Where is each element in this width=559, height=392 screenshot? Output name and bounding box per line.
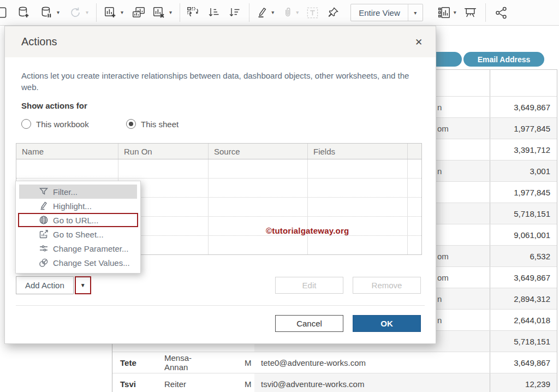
save-partial-icon[interactable] <box>0 5 9 20</box>
menu-item-go-to-sheet[interactable]: Go to Sheet... <box>19 227 137 241</box>
col-name: Name <box>16 144 118 159</box>
cell-value[interactable]: 3,391,712 <box>490 139 557 160</box>
cell-value[interactable]: 1,977,845 <box>490 182 557 203</box>
radio-label[interactable]: This workbook <box>36 120 89 129</box>
col-source: Source <box>209 144 308 159</box>
value-text: 3,649,867 <box>514 103 550 112</box>
menu-item-change-parameter[interactable]: Change Parameter... <box>19 241 137 256</box>
cell-email[interactable]: tsvi0@adventure-works.com <box>254 373 490 392</box>
col-run-on: Run On <box>118 144 209 159</box>
refresh-caret-icon[interactable]: ▾ <box>86 10 88 15</box>
add-action-caret-icon[interactable]: ▼ <box>75 276 91 294</box>
clear-sheet-icon[interactable] <box>152 5 166 20</box>
new-worksheet-caret-icon[interactable]: ▾ <box>121 10 123 15</box>
first-name-text: Tsvi <box>120 379 136 389</box>
pill-label: Email Address <box>478 55 531 64</box>
cell-first[interactable]: Tsvi <box>112 373 164 392</box>
cell-last[interactable]: Reiter <box>164 373 215 392</box>
cell-value[interactable]: 1,977,845 <box>490 118 557 139</box>
show-me-caret-icon[interactable]: ▾ <box>454 10 456 15</box>
toolbar-separator <box>249 3 249 22</box>
add-data-source-icon[interactable] <box>16 5 31 20</box>
show-actions-for-label: Show actions for <box>21 101 87 110</box>
cancel-button[interactable]: Cancel <box>275 315 343 332</box>
cell-value[interactable]: 9,061,001 <box>490 224 557 245</box>
radio-unselected-icon[interactable] <box>21 119 31 129</box>
new-worksheet-icon[interactable] <box>103 5 117 20</box>
value-text: 3,649,867 <box>514 358 550 367</box>
radio-this-workbook[interactable]: This workbook <box>21 119 89 129</box>
value-text: 5,718,151 <box>514 337 550 346</box>
toolbar-separator <box>485 3 486 22</box>
actions-table-header: Name Run On Source Fields <box>16 144 421 159</box>
filter-icon <box>39 187 49 197</box>
highlight-caret-icon[interactable]: ▾ <box>271 10 274 15</box>
cell-value[interactable]: 6,532 <box>490 246 557 266</box>
toolbar-separator <box>180 3 180 22</box>
edit-button[interactable]: Edit <box>275 277 343 294</box>
ok-button[interactable]: OK <box>353 315 421 332</box>
table-row[interactable]: TeteMensa-AnnanMtete0@adventure-works.co… <box>112 352 557 373</box>
sort-ascending-icon[interactable] <box>207 5 221 20</box>
refresh-icon[interactable] <box>68 5 82 20</box>
cell-mi[interactable]: M <box>215 352 254 373</box>
row-shelf-pill-email-address[interactable]: Email Address <box>463 52 544 67</box>
email-text: tsvi0@adventure-works.com <box>261 379 364 389</box>
text-label-icon[interactable] <box>306 7 319 19</box>
menu-item-label: Change Parameter... <box>53 244 128 253</box>
radio-label[interactable]: This sheet <box>141 120 179 129</box>
menu-item-change-set-values[interactable]: Change Set Values... <box>19 256 137 270</box>
add-action-button[interactable]: Add Action <box>16 276 74 294</box>
sort-descending-icon[interactable] <box>228 5 241 20</box>
menu-item-go-to-url[interactable]: Go to URL... <box>18 213 138 227</box>
share-icon[interactable] <box>495 6 508 20</box>
menu-item-label: Go to Sheet... <box>53 230 104 239</box>
show-me-icon[interactable] <box>437 5 451 20</box>
dialog-title-bar: Actions <box>5 26 436 57</box>
dialog-divider <box>16 305 425 306</box>
remove-button[interactable]: Remove <box>353 277 421 294</box>
cell-value[interactable]: 2,644,018 <box>490 310 557 330</box>
fit-selector[interactable]: Entire View ▾ <box>350 4 423 21</box>
cell-value[interactable]: 12,239 <box>490 373 557 392</box>
cell-value[interactable]: 5,718,151 <box>490 331 557 352</box>
cell-last[interactable]: Mensa-Annan <box>164 352 215 373</box>
cell-mi[interactable]: M <box>215 373 254 392</box>
menu-item-filter[interactable]: Filter... <box>19 185 137 199</box>
duplicate-sheet-icon[interactable] <box>131 5 146 20</box>
swap-rows-columns-icon[interactable] <box>186 5 200 20</box>
highlight-pen-icon[interactable] <box>256 5 269 20</box>
table-row[interactable]: TsviReiterMtsvi0@adventure-works.com12,2… <box>112 373 557 392</box>
cell-value[interactable]: 2,894,312 <box>490 288 557 309</box>
cell-value[interactable]: 3,649,867 <box>490 97 557 117</box>
value-text: 3,649,867 <box>514 273 550 282</box>
pause-updates-icon[interactable] <box>39 5 53 20</box>
fit-selector-caret-icon[interactable]: ▾ <box>408 4 423 21</box>
value-text: 1,977,845 <box>514 124 550 133</box>
paperclip-icon[interactable] <box>282 5 294 20</box>
paperclip-caret-icon[interactable]: ▾ <box>296 10 299 15</box>
cell-value[interactable]: 3,649,867 <box>490 267 557 288</box>
cell-email[interactable]: tete0@adventure-works.com <box>254 352 490 373</box>
last-name-text: Reiter <box>164 379 186 389</box>
cell-value[interactable]: 5,718,151 <box>490 203 557 224</box>
middle-initial-text: M <box>245 379 252 389</box>
empty-action-row[interactable] <box>16 159 421 179</box>
dialog-title: Actions <box>5 35 57 48</box>
value-text: 12,239 <box>525 379 550 389</box>
presentation-mode-icon[interactable] <box>463 5 478 20</box>
cell-value[interactable]: 3,649,867 <box>490 352 557 373</box>
menu-item-label: Highlight... <box>53 201 92 211</box>
close-icon[interactable]: ✕ <box>412 35 426 49</box>
radio-this-sheet[interactable]: This sheet <box>126 119 179 129</box>
pause-updates-caret-icon[interactable]: ▾ <box>57 10 60 15</box>
clear-sheet-caret-icon[interactable]: ▾ <box>169 10 172 15</box>
col-blank <box>408 144 421 159</box>
cell-value[interactable]: 3,001 <box>490 161 557 181</box>
radio-selected-icon[interactable] <box>126 119 136 129</box>
menu-item-label: Go to URL... <box>53 216 98 225</box>
cell-first[interactable]: Tete <box>112 352 164 373</box>
menu-item-highlight[interactable]: Highlight... <box>19 199 137 213</box>
fix-axes-pin-icon[interactable] <box>326 6 340 19</box>
menu-item-label: Change Set Values... <box>53 258 130 268</box>
